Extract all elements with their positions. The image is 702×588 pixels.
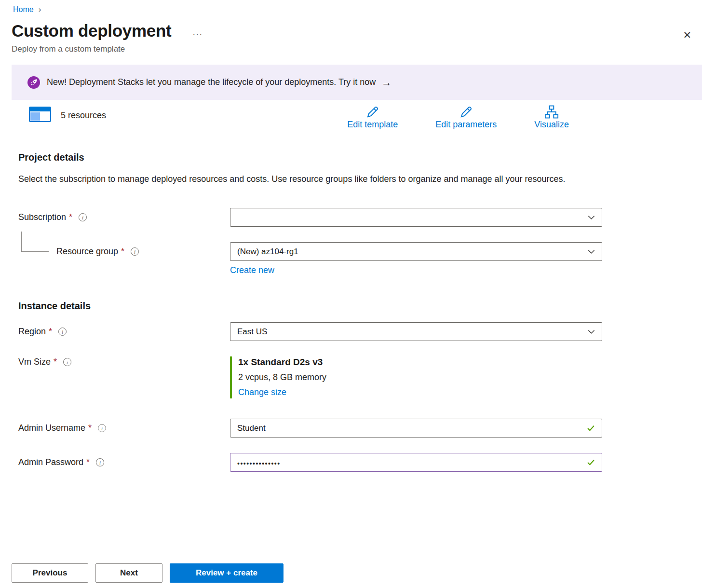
admin-password-label: Admin Password * i [18,457,230,467]
wizard-footer: Previous Next Review + create [12,563,284,583]
more-options-icon[interactable]: ··· [192,29,202,39]
resources-count: 5 resources [61,110,106,121]
subscription-label-text: Subscription [18,212,66,222]
close-icon[interactable]: ✕ [683,30,691,40]
edit-template-button[interactable]: Edit template [347,104,398,130]
vm-size-selection: 1x Standard D2s v3 2 vcpus, 8 GB memory … [230,356,602,398]
info-icon[interactable]: i [131,247,139,256]
info-icon[interactable]: i [96,458,104,466]
region-dropdown[interactable]: East US [230,322,602,341]
sitemap-icon [544,104,559,119]
breadcrumb-home-link[interactable]: Home [13,5,34,14]
change-size-link[interactable]: Change size [238,387,286,397]
info-icon[interactable]: i [79,213,87,221]
required-marker: * [88,423,92,433]
subscription-dropdown[interactable] [230,208,602,227]
arrow-right-icon[interactable]: → [381,77,392,88]
custom-deployment-page: Home › Custom deployment ··· ✕ Deploy fr… [0,0,702,472]
region-label-text: Region [18,327,46,337]
template-actions: Edit template Edit parameters [347,104,569,130]
resource-group-row: Resource group * i (New) az104-rg1 Creat… [18,242,702,275]
region-value: East US [237,327,267,337]
region-row: Region * i East US [18,322,702,341]
admin-username-label-text: Admin Username [18,423,85,433]
admin-username-input[interactable]: Student [230,419,602,438]
vm-size-value: 1x Standard D2s v3 [238,357,602,368]
page-header: Custom deployment ··· ✕ Deploy from a cu… [0,21,702,54]
chevron-right-icon: › [39,5,41,14]
required-marker: * [54,357,57,367]
template-resources-icon [29,107,51,124]
project-details-description: Select the subscription to manage deploy… [18,172,575,187]
pencil-icon [459,104,473,119]
template-toolbar: 5 resources Edit template [12,104,702,130]
subscription-label: Subscription * i [18,212,230,222]
visualize-label: Visualize [534,120,569,130]
resource-group-dropdown[interactable]: (New) az104-rg1 [230,242,602,261]
admin-password-row: Admin Password * i •••••••••••••• [18,453,702,472]
admin-username-label: Admin Username * i [18,423,230,433]
info-icon[interactable]: i [63,358,71,366]
edit-parameters-label: Edit parameters [435,120,497,130]
vm-size-label: Vm Size * i [18,357,230,367]
page-subtitle: Deploy from a custom template [0,44,702,54]
subscription-row: Subscription * i [18,208,702,227]
admin-password-input[interactable]: •••••••••••••• [230,453,602,472]
required-marker: * [69,212,72,222]
review-create-button[interactable]: Review + create [170,563,284,583]
chevron-down-icon [588,329,595,334]
vm-size-specs: 2 vcpus, 8 GB memory [238,372,602,383]
info-icon[interactable]: i [58,328,67,336]
instance-details-section: Instance details Region * i East US [0,301,702,472]
admin-password-value: •••••••••••••• [237,458,281,467]
previous-button[interactable]: Previous [12,563,88,583]
pencil-icon [365,104,380,119]
chevron-down-icon [588,249,595,254]
region-label: Region * i [18,327,230,337]
required-marker: * [49,327,52,337]
info-icon[interactable]: i [98,424,106,432]
admin-username-value: Student [237,424,266,433]
edit-template-label: Edit template [347,120,398,130]
vm-size-label-text: Vm Size [18,357,51,367]
edit-parameters-button[interactable]: Edit parameters [435,104,497,130]
project-details-heading: Project details [18,152,702,163]
vm-size-row: Vm Size * i 1x Standard D2s v3 2 vcpus, … [18,356,702,398]
template-summary: 5 resources [29,107,106,124]
project-details-section: Project details Select the subscription … [0,152,702,275]
visualize-button[interactable]: Visualize [534,104,569,130]
next-button[interactable]: Next [95,563,162,583]
rocket-icon [27,76,40,89]
page-title: Custom deployment [12,21,171,41]
instance-details-heading: Instance details [18,301,702,312]
deployment-stacks-banner[interactable]: New! Deployment Stacks let you manage th… [12,65,702,100]
create-new-link[interactable]: Create new [230,265,274,275]
breadcrumb: Home › [0,0,702,14]
indent-connector [21,232,49,252]
resource-group-label-text: Resource group [56,246,118,257]
admin-username-row: Admin Username * i Student [18,419,702,438]
required-marker: * [121,246,124,257]
check-icon [587,458,595,466]
admin-password-label-text: Admin Password [18,457,83,467]
resource-group-label: Resource group * i [18,242,230,261]
check-icon [587,424,595,432]
resource-group-value: (New) az104-rg1 [237,247,298,257]
chevron-down-icon [588,215,595,220]
banner-text: New! Deployment Stacks let you manage th… [47,77,376,87]
required-marker: * [86,457,90,467]
